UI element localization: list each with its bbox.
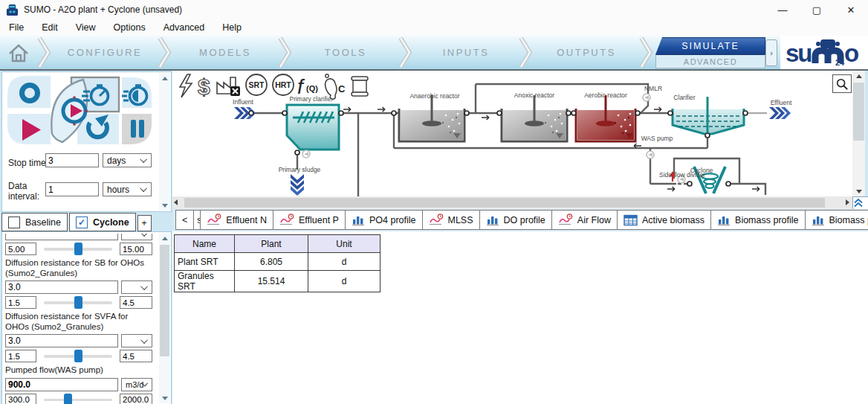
anoxic-reactor-node[interactable] [502,95,567,141]
plant-exclude-icon[interactable] [217,77,240,96]
ribbon-tab-inputs[interactable]: INPUTS [413,36,519,69]
parameter-panel-scrollbar[interactable] [159,233,170,403]
srt-icon[interactable]: SRT [246,74,267,95]
ribbon-tab-models[interactable]: MODELS [172,36,278,69]
ribbon-tab-outputs[interactable]: OUTPUTS [534,36,639,69]
effluent-node[interactable] [769,107,791,119]
checkbox-icon[interactable] [8,217,20,228]
parameter-max-input[interactable] [120,296,152,309]
scroll-left-icon[interactable] [174,199,178,205]
output-tab-biomass-profile-granule[interactable]: Biomass profile - granule [805,210,868,230]
parameter-unit-select[interactable] [121,334,152,347]
parameter-slider[interactable] [44,355,112,358]
flowsheet-canvas[interactable]: Influent Primary clarifier Primary sludg… [172,71,852,196]
output-tab-po4-profile[interactable]: PO4 profile [345,210,423,230]
ribbon-expander-button[interactable]: › [765,39,777,66]
add-scenario-button[interactable]: + [137,215,152,231]
parameter-min-input[interactable] [5,243,36,255]
report-icon[interactable] [352,77,368,96]
parameter-min-input[interactable] [5,350,36,362]
title-bar: SUMO - A2O plant + Cyclone (unsaved) — ▢… [0,0,868,20]
home-button[interactable] [0,36,37,69]
close-button[interactable]: ✕ [834,0,868,19]
svg-text:SRT: SRT [249,80,265,89]
menu-edit[interactable]: Edit [33,21,67,34]
output-tab-label: Active biomass [642,215,705,225]
energy-icon[interactable] [180,74,192,97]
parameter-unit-select[interactable] [121,234,152,240]
scenario-tab-baseline[interactable]: Baseline [1,213,68,231]
parameter-unit-select[interactable] [121,280,152,294]
output-tab-do-profile[interactable]: DO profile [479,210,552,230]
primary-sludge-node[interactable] [291,174,304,196]
output-tab-biomass-profile[interactable]: Biomass profile [710,210,805,230]
scroll-right-icon[interactable] [846,199,849,205]
scroll-down-icon[interactable] [159,200,170,211]
stop-time-unit-select[interactable]: days [103,153,152,167]
slider-thumb[interactable] [74,243,82,255]
output-tab-air-flow[interactable]: Air Flow [551,210,618,230]
parameter-max-input[interactable] [120,394,152,404]
scroll-down-icon[interactable] [852,186,865,196]
control-panel-scrollbar[interactable] [159,73,170,211]
output-tab-effluent-n[interactable]: Effluent N [200,210,273,230]
canvas-horizontal-scrollbar[interactable] [172,196,852,209]
data-interval-unit-select[interactable]: hours [103,182,152,196]
clarifier-node[interactable] [673,97,744,134]
simulation-control-panel: Stop time: days Data interval: hours [1,71,172,212]
tab-scroll-left-button[interactable]: < [175,210,194,230]
scroll-down-icon[interactable] [159,393,170,403]
primary-clarifier-node[interactable] [287,105,339,150]
scrollbar-thumb[interactable] [853,83,864,141]
menu-help[interactable]: Help [213,21,250,34]
zoom-button[interactable] [832,74,852,93]
output-tab-mlss[interactable]: MLSS [422,210,480,230]
hrt-icon[interactable]: HRT [273,74,294,95]
magnifier-icon [835,77,849,91]
stop-time-input[interactable] [45,153,99,167]
parameter-slider[interactable] [44,399,112,402]
scroll-up-icon[interactable] [159,73,170,83]
scrollbar-thumb[interactable] [184,198,825,208]
pause-segment[interactable] [122,114,152,144]
canvas-vertical-scrollbar[interactable] [852,71,865,196]
ribbon-tab-tools[interactable]: TOOLS [293,36,398,69]
slider-thumb[interactable] [64,394,72,404]
anaerobic-reactor-node[interactable] [399,95,464,141]
data-interval-input[interactable] [45,182,99,196]
parameter-slider[interactable] [44,301,112,304]
parameter-min-input[interactable] [5,394,36,404]
minimize-button[interactable]: — [765,0,800,19]
menu-view[interactable]: View [67,21,105,34]
parameter-value-input[interactable] [5,234,118,240]
tab-simulate-advanced[interactable]: SIMULATE ADVANCED › [655,37,765,68]
cost-icon[interactable]: $ [198,74,210,99]
scenario-tab-cyclone[interactable]: ✓Cyclone [69,213,136,231]
maximize-button[interactable]: ▢ [800,0,834,19]
parameter-min-input[interactable] [5,296,36,309]
tab-simulate[interactable]: SIMULATE [655,37,765,54]
menu-options[interactable]: Options [105,21,155,34]
parameter-max-input[interactable] [120,243,152,255]
output-tab-effluent-p[interactable]: Effluent P [273,210,346,230]
menu-file[interactable]: File [0,21,33,34]
slider-thumb[interactable] [74,296,82,309]
svg-text:(Q): (Q) [306,84,318,93]
slider-thumb[interactable] [74,350,82,362]
parameter-max-input[interactable] [120,350,152,362]
parameter-slider[interactable] [44,248,112,251]
parameter-value-input[interactable] [5,378,118,391]
menu-advanced[interactable]: Advanced [155,21,214,34]
parameter-value-input[interactable] [5,334,118,347]
tab-advanced[interactable]: ADVANCED [655,54,765,68]
scrollbar-thumb[interactable] [160,245,169,356]
scroll-up-icon[interactable] [852,71,865,81]
ribbon-tab-configure[interactable]: CONFIGURE [52,36,158,69]
output-tab-active-biomass[interactable]: Active biomass [617,210,711,230]
aerobic-reactor-node[interactable] [576,95,635,141]
ribbon-nav: CONFIGUREMODELSTOOLSINPUTSOUTPUTS SIMULA… [0,36,868,71]
checkbox-icon[interactable]: ✓ [76,217,88,228]
parameter-unit-select[interactable]: m3/d [121,378,152,391]
parameter-value-input[interactable] [5,280,118,294]
scroll-up-icon[interactable] [159,233,170,243]
